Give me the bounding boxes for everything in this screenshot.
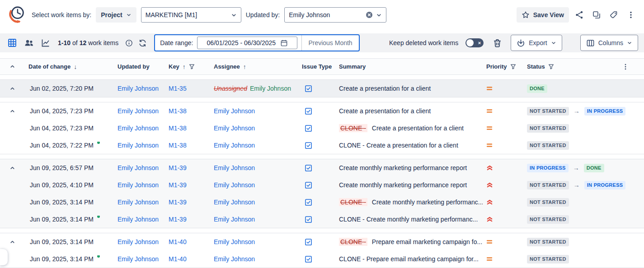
collapse-group-icon[interactable] [9, 165, 15, 171]
sort-asc-icon[interactable]: ↑ [243, 63, 246, 70]
updated-by-link[interactable]: Emily Johnson [118, 216, 159, 223]
toggle-knob [466, 39, 474, 46]
task-type-icon [305, 199, 312, 206]
col-status[interactable]: Status [527, 63, 545, 70]
issue-key-link[interactable]: M1-38 [169, 107, 187, 115]
columns-button[interactable]: Columns [580, 35, 638, 51]
change-date: Jun 04, 2025, 7:22 PM [30, 142, 94, 149]
app-logo-icon[interactable] [6, 5, 27, 25]
table-row: Jun 04, 2025, 7:23 PM Emily Johnson M1-3… [0, 120, 644, 137]
priority-high-icon [486, 216, 493, 222]
col-key[interactable]: Key [169, 63, 179, 70]
previous-month-button[interactable]: Previous Month [302, 39, 358, 46]
updated-by-link[interactable]: Emily Johnson [118, 85, 159, 92]
issue-key-link[interactable]: M1-35 [169, 85, 187, 92]
floating-widget-handle[interactable] [0, 249, 8, 265]
updated-by-link[interactable]: Emily Johnson [118, 107, 159, 115]
collapse-group-icon[interactable] [9, 239, 15, 245]
export-button[interactable]: Export [511, 35, 562, 51]
summary-text: Create a presentation for a client [339, 85, 431, 92]
col-updated-by[interactable]: Updated by [118, 63, 150, 70]
priority-medium-icon [486, 239, 493, 245]
updated-by-link[interactable]: Emily Johnson [118, 181, 159, 189]
status-badge: NOT STARTED [527, 238, 569, 246]
info-button[interactable] [124, 37, 133, 49]
date-range-input[interactable]: 06/01/2025 - 06/30/2025 [197, 37, 297, 49]
overflow-dots-icon [622, 63, 629, 70]
assignee-link[interactable]: Emily Johnson [214, 107, 255, 115]
issue-key-link[interactable]: M1-39 [169, 199, 187, 206]
col-date-of-change[interactable]: Date of change [28, 63, 71, 70]
table-row: Jun 09, 2025, 3:14 PM Emily Johnson M1-4… [0, 233, 644, 250]
issue-key-link[interactable]: M1-40 [169, 255, 187, 263]
table-row: Jun 04, 2025, 7:23 PM Emily Johnson M1-3… [0, 102, 644, 120]
col-priority[interactable]: Priority [486, 63, 507, 70]
change-date: Jun 09, 2025, 4:10 PM [30, 181, 94, 189]
updated-by-select[interactable]: Emily Johnson [284, 7, 386, 23]
table-options-button[interactable] [622, 63, 629, 70]
columns-label: Columns [598, 39, 623, 46]
summary-text: CLONE - Create a presentation for a clie… [339, 142, 458, 149]
col-assignee[interactable]: Assignee [214, 63, 240, 70]
clear-icon[interactable] [366, 11, 373, 18]
issue-key-link[interactable]: M1-39 [169, 216, 187, 223]
updated-by-link[interactable]: Emily Johnson [118, 142, 159, 149]
filter-icon[interactable] [510, 64, 516, 69]
save-view-button[interactable]: Save View [517, 7, 569, 23]
assignee-link[interactable]: Emily Johnson [214, 125, 255, 132]
calendar-icon[interactable] [280, 39, 288, 47]
scope-dropdown-button[interactable]: Project [96, 7, 136, 23]
refresh-button[interactable] [137, 37, 147, 49]
change-date: Jun 09, 2025, 3:14 PM [30, 216, 94, 223]
table-row: Jun 02, 2025, 7:20 PM Emily Johnson M1-3… [0, 80, 644, 97]
col-issue-type[interactable]: Issue Type [302, 63, 332, 70]
assignee-link[interactable]: Emily Johnson [214, 238, 255, 245]
overflow-dots-icon [627, 11, 635, 19]
assignee-link[interactable]: Emily Johnson [214, 255, 255, 263]
issue-key-link[interactable]: M1-39 [169, 181, 187, 189]
collapse-group-icon[interactable] [9, 86, 15, 92]
save-view-label: Save View [533, 11, 564, 18]
collapse-group-icon[interactable] [9, 108, 15, 114]
col-summary[interactable]: Summary [339, 63, 366, 70]
assignee-link[interactable]: Emily Johnson [214, 142, 255, 149]
collapse-all-icon[interactable] [9, 64, 15, 69]
updated-by-link[interactable]: Emily Johnson [118, 238, 159, 245]
duplicate-view-button[interactable] [590, 8, 603, 22]
summary-removed-text: CLONE - [339, 124, 367, 132]
issue-key-link[interactable]: M1-38 [169, 142, 187, 149]
task-type-icon [305, 181, 312, 189]
assignee-link[interactable]: Emily Johnson [214, 216, 255, 223]
people-view-button[interactable] [23, 37, 35, 49]
scope-dropdown-label: Project [101, 11, 122, 18]
updated-by-link[interactable]: Emily Johnson [118, 164, 159, 171]
updated-by-link[interactable]: Emily Johnson [118, 125, 159, 132]
summary-text: Prepare email marketing campaign fo... [372, 238, 482, 245]
info-icon [125, 39, 133, 47]
filter-icon[interactable] [189, 64, 195, 69]
assignee-link[interactable]: Emily Johnson [214, 199, 255, 206]
keep-deleted-toggle[interactable]: × [465, 38, 484, 47]
project-select[interactable]: MARKETING [M1] [141, 7, 241, 23]
updated-by-link[interactable]: Emily Johnson [118, 255, 159, 263]
chevron-down-icon [231, 12, 237, 18]
issue-key-link[interactable]: M1-39 [169, 164, 187, 171]
updated-by-link[interactable]: Emily Johnson [118, 199, 159, 206]
chart-view-button[interactable] [39, 37, 52, 49]
issue-key-link[interactable]: M1-38 [169, 125, 187, 132]
table-view-button[interactable] [6, 37, 19, 49]
delete-button[interactable] [491, 37, 503, 49]
tag-button[interactable] [607, 8, 620, 22]
columns-icon [586, 39, 595, 47]
assignee-link[interactable]: Emily Johnson [214, 164, 255, 171]
share-button[interactable] [573, 8, 586, 22]
sort-asc-icon[interactable]: ↑ [183, 63, 186, 70]
issue-key-link[interactable]: M1-40 [169, 238, 187, 245]
task-type-icon [305, 255, 312, 263]
task-type-icon [305, 85, 312, 92]
sort-desc-icon[interactable]: ↓ [74, 63, 77, 70]
table-row: Jun 09, 2025, 6:57 PM Emily Johnson M1-3… [0, 159, 644, 176]
assignee-link[interactable]: Emily Johnson [214, 181, 255, 189]
header-overflow-menu-button[interactable] [624, 8, 638, 22]
filter-icon[interactable] [548, 64, 554, 69]
